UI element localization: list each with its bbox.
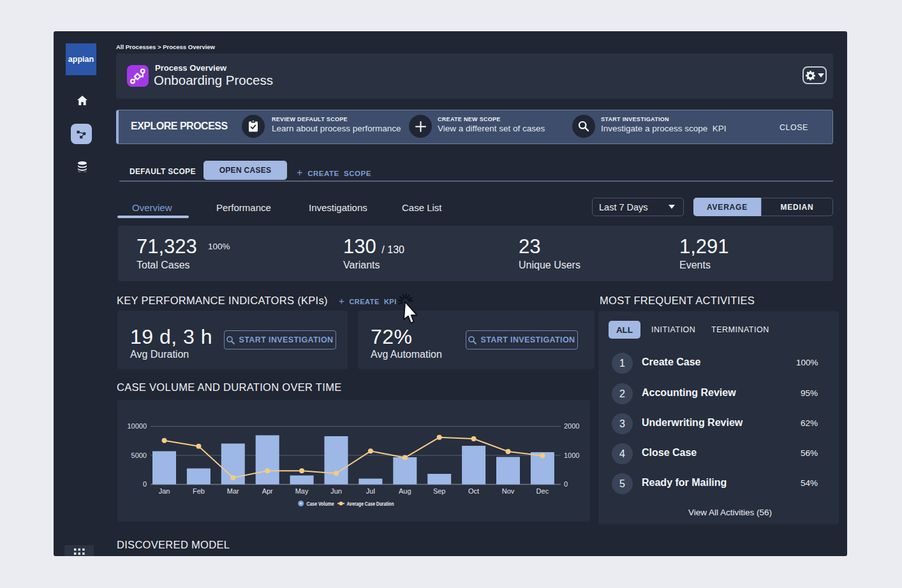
svg-text:Case Volume: Case Volume [307, 500, 334, 507]
svg-text:Aug: Aug [399, 487, 411, 495]
svg-text:Dec: Dec [536, 487, 549, 495]
svg-text:0: 0 [564, 480, 568, 488]
svg-text:Nov: Nov [502, 487, 515, 495]
svg-text:May: May [295, 487, 309, 495]
svg-text:Apr: Apr [262, 487, 273, 495]
svg-text:Jul: Jul [366, 487, 375, 495]
svg-text:Jan: Jan [159, 487, 170, 495]
svg-text:5000: 5000 [131, 452, 147, 459]
svg-text:0: 0 [143, 480, 147, 488]
svg-text:10000: 10000 [127, 422, 147, 430]
svg-text:Oct: Oct [468, 487, 479, 495]
svg-text:Sep: Sep [433, 487, 446, 495]
svg-text:Jun: Jun [330, 487, 342, 495]
svg-text:Feb: Feb [193, 487, 205, 495]
svg-text:Mar: Mar [227, 487, 239, 495]
svg-text:2000: 2000 [564, 422, 579, 430]
svg-text:1000: 1000 [564, 452, 579, 459]
svg-text:Average Case Duration: Average Case Duration [347, 500, 394, 507]
